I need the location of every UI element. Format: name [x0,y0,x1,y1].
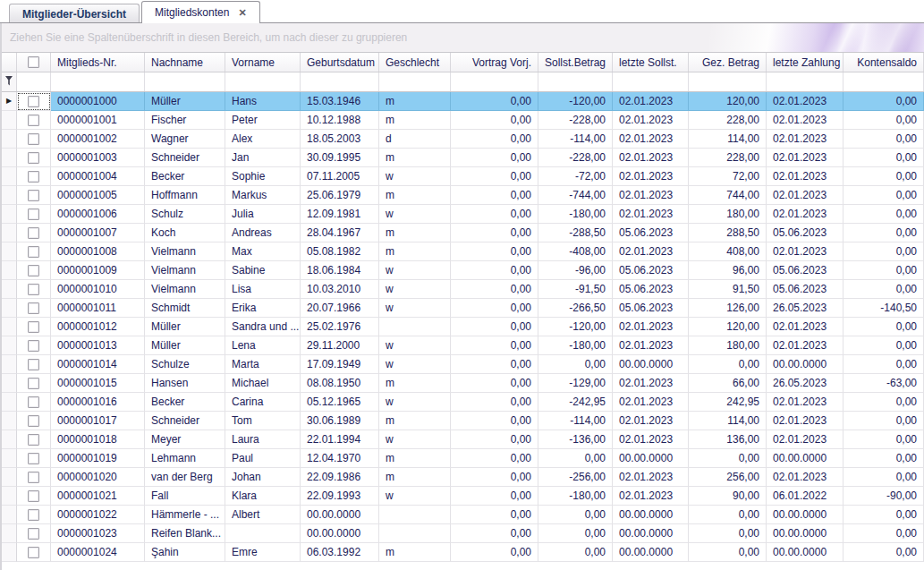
cell-nachname[interactable]: Müller [145,318,225,336]
row-select-cell[interactable] [17,506,51,524]
row-select-cell[interactable] [17,430,51,449]
row-checkbox[interactable] [28,472,39,483]
cell-sollst_betrag[interactable]: -72,00 [538,167,613,186]
cell-gez_betrag[interactable]: 228,00 [689,111,767,130]
cell-vortrag[interactable]: 0,00 [451,318,538,336]
cell-vorname[interactable]: Lisa [225,280,301,299]
filter-cell-geschlecht[interactable] [379,72,451,91]
table-row[interactable]: 0000001009VielmannSabine18.06.1984w0,00-… [2,261,924,280]
cell-nr[interactable]: 0000001011 [51,299,145,318]
filter-cell-letzte_zahlung[interactable] [767,72,843,91]
cell-kontensaldo[interactable]: 0,00 [843,205,924,224]
cell-nachname[interactable]: Hämmerle - ... [145,506,225,524]
cell-sollst_betrag[interactable]: 0,00 [538,449,613,468]
cell-kontensaldo[interactable]: 0,00 [843,261,924,280]
cell-gez_betrag[interactable]: 180,00 [689,336,767,355]
cell-vorname[interactable]: Sophie [225,167,301,186]
row-checkbox[interactable] [28,208,39,220]
cell-letzte_zahlung[interactable]: 02.01.2023 [767,318,843,336]
cell-sollst_betrag[interactable]: -120,00 [538,318,613,336]
cell-sollst_betrag[interactable]: -91,50 [538,280,613,299]
table-row[interactable]: ▶0000001000MüllerHans15.03.1946m0,00-120… [2,92,924,111]
cell-vorname[interactable]: Sabine [225,261,301,280]
cell-letzte_zahlung[interactable]: 02.01.2023 [767,130,843,149]
cell-geburtsdatum[interactable]: 22.01.1994 [301,430,379,449]
row-select-cell[interactable] [17,130,51,149]
cell-letzte_sollst[interactable]: 02.01.2023 [613,393,689,412]
row-checkbox[interactable] [28,321,39,333]
cell-nachname[interactable]: Vielmann [145,242,225,261]
row-select-cell[interactable] [17,167,51,186]
cell-letzte_sollst[interactable]: 02.01.2023 [613,149,689,167]
cell-gez_betrag[interactable]: 96,00 [689,261,767,280]
cell-kontensaldo[interactable]: 0,00 [843,393,924,412]
cell-letzte_zahlung[interactable]: 02.01.2023 [767,468,843,487]
cell-geburtsdatum[interactable]: 25.02.1976 [301,318,379,336]
cell-nr[interactable]: 0000001004 [51,167,145,186]
table-row[interactable]: 0000001018MeyerLaura22.01.1994w0,00-136,… [2,430,924,449]
select-all-cell[interactable] [17,53,51,72]
cell-vortrag[interactable]: 0,00 [451,449,538,468]
cell-geburtsdatum[interactable]: 07.11.2005 [301,167,379,186]
cell-sollst_betrag[interactable]: -180,00 [538,487,613,506]
table-row[interactable]: 0000001008VielmannMax05.08.1982m0,00-408… [2,242,924,261]
cell-nr[interactable]: 0000001012 [51,318,145,336]
table-row[interactable]: 0000001007KochAndreas28.04.1967m0,00-288… [2,224,924,242]
table-row[interactable]: 0000001015HansenMichael08.08.1950m0,00-1… [2,374,924,393]
cell-letzte_zahlung[interactable]: 02.01.2023 [767,242,843,261]
row-checkbox[interactable] [28,547,39,558]
cell-nr[interactable]: 0000001001 [51,111,145,130]
cell-letzte_zahlung[interactable]: 26.05.2023 [767,299,843,318]
cell-geburtsdatum[interactable]: 25.06.1979 [301,186,379,205]
cell-vorname[interactable]: Julia [225,205,301,224]
cell-vortrag[interactable]: 0,00 [451,355,538,374]
cell-sollst_betrag[interactable]: 0,00 [538,543,613,562]
cell-vorname[interactable]: Jan [225,149,301,167]
cell-geschlecht[interactable]: w [379,355,451,374]
row-checkbox[interactable] [28,152,39,164]
cell-kontensaldo[interactable]: 0,00 [843,224,924,242]
row-select-cell[interactable] [17,524,51,543]
cell-letzte_sollst[interactable]: 02.01.2023 [613,430,689,449]
cell-letzte_zahlung[interactable]: 02.01.2023 [767,393,843,412]
cell-letzte_zahlung[interactable]: 02.01.2023 [767,167,843,186]
cell-vorname[interactable]: Andreas [225,224,301,242]
cell-letzte_zahlung[interactable]: 02.01.2023 [767,92,843,111]
cell-letzte_zahlung[interactable]: 02.01.2023 [767,336,843,355]
cell-nr[interactable]: 0000001018 [51,430,145,449]
column-header-vortrag[interactable]: Vortrag Vorj. [451,53,538,72]
row-select-cell[interactable] [17,487,51,506]
cell-kontensaldo[interactable]: 0,00 [843,92,924,111]
row-checkbox[interactable] [28,133,39,145]
table-row[interactable]: 0000001001FischerPeter10.12.1988m0,00-22… [2,111,924,130]
cell-geschlecht[interactable] [379,524,451,543]
cell-nr[interactable]: 0000001014 [51,355,145,374]
cell-sollst_betrag[interactable]: -114,00 [538,412,613,430]
row-select-cell[interactable] [17,393,51,412]
cell-vortrag[interactable]: 0,00 [451,224,538,242]
cell-sollst_betrag[interactable]: -228,00 [538,149,613,167]
tab-mitgliedskonten[interactable]: Mitgliedskonten ✕ [141,1,260,23]
cell-gez_betrag[interactable]: 0,00 [689,449,767,468]
cell-sollst_betrag[interactable]: -242,95 [538,393,613,412]
cell-vortrag[interactable]: 0,00 [451,149,538,167]
table-row[interactable]: 0000001003SchneiderJan30.09.1995m0,00-22… [2,149,924,167]
cell-nachname[interactable]: Koch [145,224,225,242]
row-select-cell[interactable] [17,242,51,261]
row-select-cell[interactable] [17,449,51,468]
cell-geschlecht[interactable]: m [379,374,451,393]
table-row[interactable]: 0000001002WagnerAlex18.05.2003d0,00-114,… [2,130,924,149]
cell-nr[interactable]: 0000001022 [51,506,145,524]
cell-letzte_zahlung[interactable]: 02.01.2023 [767,205,843,224]
cell-letzte_sollst[interactable]: 05.06.2023 [613,224,689,242]
column-header-sollst_betrag[interactable]: Sollst.Betrag [538,53,613,72]
cell-kontensaldo[interactable]: -140,50 [843,299,924,318]
cell-nachname[interactable]: Meyer [145,430,225,449]
cell-nachname[interactable]: Schneider [145,412,225,430]
cell-sollst_betrag[interactable]: 0,00 [538,506,613,524]
cell-geburtsdatum[interactable]: 30.09.1995 [301,149,379,167]
cell-letzte_sollst[interactable]: 02.01.2023 [613,130,689,149]
cell-geburtsdatum[interactable]: 15.03.1946 [301,92,379,111]
cell-nachname[interactable]: Müller [145,336,225,355]
cell-vorname[interactable]: Laura [225,430,301,449]
